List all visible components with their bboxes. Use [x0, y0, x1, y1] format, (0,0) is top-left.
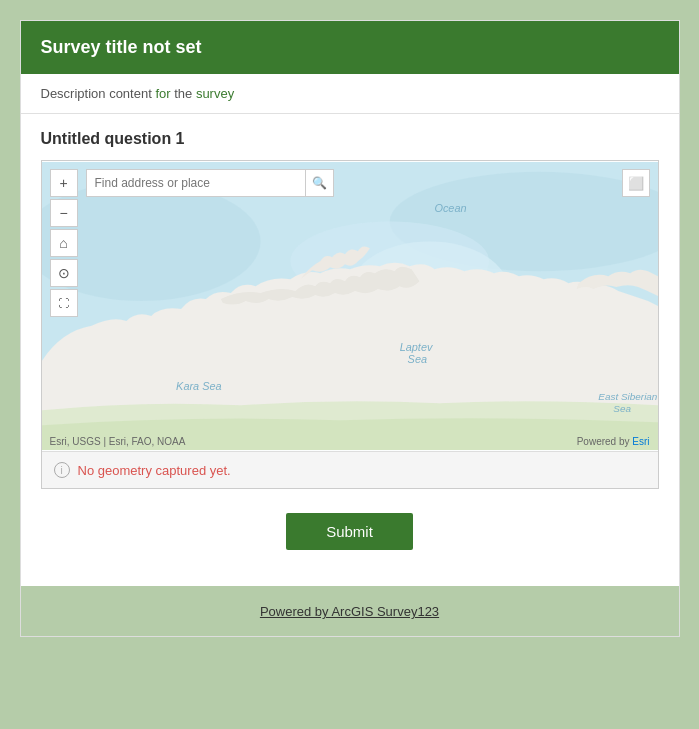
svg-text:Sea: Sea	[407, 353, 426, 365]
submit-area: Submit	[41, 489, 659, 570]
location-icon: ⊙	[58, 265, 70, 281]
fullscreen-icon: ⛶	[58, 297, 69, 309]
survey-body: Untitled question 1	[21, 114, 679, 586]
expand-icon: ⬜	[628, 176, 644, 191]
map-search-button[interactable]: 🔍	[306, 169, 334, 197]
zoom-in-button[interactable]: +	[50, 169, 78, 197]
location-button[interactable]: ⊙	[50, 259, 78, 287]
survey-description: Description content for the survey	[21, 74, 679, 114]
esri-link[interactable]: Esri	[632, 436, 649, 447]
svg-text:Kara Sea: Kara Sea	[176, 380, 221, 392]
powered-by-text: Powered by	[577, 436, 633, 447]
map-search-bar: 🔍	[86, 169, 334, 197]
description-link-for[interactable]: for	[155, 86, 170, 101]
zoom-out-button[interactable]: −	[50, 199, 78, 227]
description-link-survey[interactable]: survey	[196, 86, 234, 101]
fullscreen-button[interactable]: ⛶	[50, 289, 78, 317]
svg-text:Sea: Sea	[613, 403, 631, 414]
home-button[interactable]: ⌂	[50, 229, 78, 257]
map-attribution-left: Esri, USGS | Esri, FAO, NOAA	[50, 436, 186, 447]
map-status-bar: i No geometry captured yet.	[42, 451, 658, 488]
svg-text:East Siberian: East Siberian	[598, 391, 657, 402]
map-attribution-right: Powered by Esri	[577, 436, 650, 447]
map-search-input[interactable]	[86, 169, 306, 197]
map-background: Kara Sea Laptev Sea East Siberian Sea Oc…	[42, 161, 658, 451]
powered-by-link[interactable]: Powered by ArcGIS Survey123	[260, 604, 439, 619]
home-icon: ⌂	[59, 235, 67, 251]
survey-title: Survey title not set	[41, 37, 202, 57]
svg-text:Laptev: Laptev	[399, 341, 432, 353]
status-text: No geometry captured yet.	[78, 463, 231, 478]
svg-text:Ocean: Ocean	[434, 202, 466, 214]
map-wrapper: Kara Sea Laptev Sea East Siberian Sea Oc…	[41, 160, 659, 489]
map-area: Kara Sea Laptev Sea East Siberian Sea Oc…	[42, 161, 658, 451]
search-icon: 🔍	[312, 176, 327, 190]
description-text: Description content for the survey	[41, 86, 235, 101]
submit-button[interactable]: Submit	[286, 513, 413, 550]
status-icon: i	[54, 462, 70, 478]
map-toolbar: + − ⌂ ⊙ ⛶	[50, 169, 78, 317]
map-expand-button[interactable]: ⬜	[622, 169, 650, 197]
survey-container: Survey title not set Description content…	[20, 20, 680, 637]
survey-header: Survey title not set	[21, 21, 679, 74]
survey-footer: Powered by ArcGIS Survey123	[21, 586, 679, 636]
question-title: Untitled question 1	[41, 130, 659, 148]
